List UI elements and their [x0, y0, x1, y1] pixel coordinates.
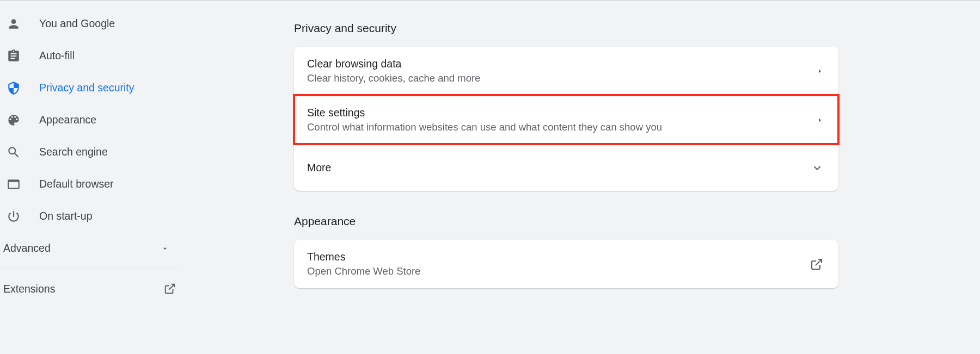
sidebar: You and Google Auto-fill Privacy and sec…: [0, 1, 188, 354]
sidebar-advanced[interactable]: Advanced: [0, 232, 188, 264]
row-title: Site settings: [307, 107, 662, 119]
search-icon: [5, 145, 39, 159]
browser-icon: [5, 177, 39, 191]
sidebar-divider: [0, 269, 180, 269]
sidebar-item-default-browser[interactable]: Default browser: [0, 168, 188, 200]
card-privacy-security: Clear browsing data Clear history, cooki…: [294, 47, 838, 191]
sidebar-item-search-engine[interactable]: Search engine: [0, 136, 188, 168]
sidebar-extensions-label: Extensions: [3, 283, 55, 295]
section-title-appearance: Appearance: [294, 215, 838, 228]
row-title: Themes: [307, 251, 420, 263]
row-more[interactable]: More: [294, 144, 838, 191]
card-appearance: Themes Open Chrome Web Store: [294, 240, 838, 288]
person-icon: [5, 17, 39, 31]
sidebar-item-appearance[interactable]: Appearance: [0, 104, 188, 136]
sidebar-item-autofill[interactable]: Auto-fill: [0, 40, 188, 72]
row-themes[interactable]: Themes Open Chrome Web Store: [294, 240, 838, 288]
section-title-privacy-security: Privacy and security: [294, 22, 838, 35]
row-subtitle: Control what information websites can us…: [307, 121, 662, 133]
row-title: More: [307, 162, 331, 174]
open-in-new-icon: [810, 258, 823, 271]
row-subtitle: Open Chrome Web Store: [307, 265, 420, 277]
sidebar-item-on-startup[interactable]: On start-up: [0, 200, 188, 232]
clipboard-icon: [5, 49, 39, 63]
shield-icon: [5, 81, 39, 95]
power-icon: [5, 209, 39, 223]
sidebar-item-privacy-security[interactable]: Privacy and security: [0, 72, 188, 104]
sidebar-item-label: Appearance: [39, 114, 96, 126]
row-title: Clear browsing data: [307, 58, 480, 70]
sidebar-item-label: Privacy and security: [39, 82, 134, 94]
chevron-right-icon: [817, 67, 823, 76]
row-subtitle: Clear history, cookies, cache and more: [307, 72, 480, 84]
row-clear-browsing-data[interactable]: Clear browsing data Clear history, cooki…: [294, 47, 838, 95]
chevron-down-icon: [811, 162, 823, 174]
palette-icon: [5, 113, 39, 127]
sidebar-item-label: On start-up: [39, 210, 93, 222]
open-in-new-icon: [164, 283, 176, 295]
row-site-settings[interactable]: Site settings Control what information w…: [294, 95, 838, 144]
sidebar-item-label: Search engine: [39, 146, 108, 158]
sidebar-advanced-label: Advanced: [3, 242, 51, 254]
chevron-right-icon: [817, 116, 823, 125]
sidebar-item-label: You and Google: [39, 17, 115, 30]
sidebar-item-label: Auto-fill: [39, 49, 75, 62]
main-content: Privacy and security Clear browsing data…: [188, 1, 980, 354]
sidebar-item-you-and-google[interactable]: You and Google: [0, 8, 188, 40]
sidebar-item-label: Default browser: [39, 178, 114, 190]
chevron-down-icon: [161, 244, 169, 253]
sidebar-extensions[interactable]: Extensions: [0, 272, 188, 305]
